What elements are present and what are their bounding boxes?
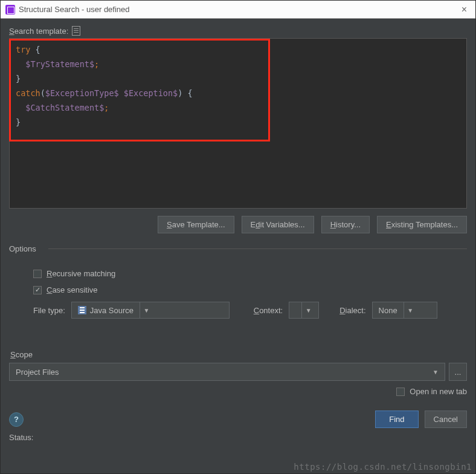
app-icon — [5, 5, 15, 15]
close-icon[interactable]: × — [458, 4, 471, 15]
help-icon[interactable]: ? — [9, 412, 24, 427]
save-template-button[interactable]: Save Template... — [158, 216, 234, 233]
java-icon — [78, 306, 86, 314]
existing-templates-button[interactable]: Existing Templates... — [377, 216, 467, 233]
scope-combo[interactable]: Project Files ▼ — [9, 363, 445, 381]
file-type-value: Java Source — [90, 306, 133, 315]
file-type-label: File type: — [33, 306, 65, 315]
edit-variables-button[interactable]: Edit Variables... — [242, 216, 314, 233]
options-legend: Options — [9, 244, 40, 253]
chevron-down-icon: ▼ — [140, 302, 153, 318]
dialect-value: None — [379, 306, 397, 315]
find-button[interactable]: Find — [375, 411, 418, 428]
case-sensitive-checkbox[interactable] — [33, 286, 42, 294]
window-title: Structural Search - user defined — [19, 5, 458, 14]
scope-label: Scope — [10, 350, 467, 359]
titlebar: Structural Search - user defined × — [1, 1, 475, 19]
cancel-button[interactable]: Cancel — [425, 411, 467, 428]
dialect-combo[interactable]: None ▼ — [372, 302, 437, 319]
document-icon — [72, 26, 80, 36]
scope-value: Project Files — [16, 368, 59, 377]
chevron-down-icon: ▼ — [433, 369, 439, 375]
recursive-checkbox[interactable] — [33, 270, 42, 278]
file-type-combo[interactable]: Java Source ▼ — [71, 302, 230, 319]
search-template-label: Search template: — [9, 27, 68, 36]
template-editor[interactable]: try { $TryStatement$; } catch($Exception… — [9, 38, 467, 209]
history-button[interactable]: History... — [321, 216, 370, 233]
options-group: Options Recursive matching Case sensitiv… — [9, 244, 467, 333]
open-new-tab-checkbox[interactable] — [396, 388, 405, 396]
dialect-label: Dialect: — [339, 306, 365, 315]
scope-more-button[interactable]: ... — [449, 363, 467, 381]
context-label: Context: — [254, 306, 283, 315]
chevron-down-icon: ▼ — [301, 302, 315, 318]
status-label: Status: — [9, 433, 467, 442]
case-sensitive-label: Case sensitive — [47, 285, 98, 294]
chevron-down-icon: ▼ — [404, 302, 417, 318]
recursive-label: Recursive matching — [47, 269, 115, 278]
context-combo[interactable]: ▼ — [289, 302, 319, 319]
open-new-tab-label: Open in new tab — [410, 387, 467, 396]
watermark: https://blog.csdn.net/linsongbin1 — [294, 462, 472, 472]
